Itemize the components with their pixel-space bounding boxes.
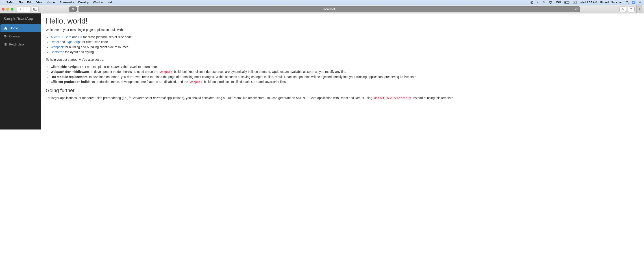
sidebar-toggle-button[interactable]	[32, 6, 38, 12]
menu-edit[interactable]: Edit	[27, 1, 32, 4]
forward-button[interactable]	[24, 6, 30, 12]
menu-window[interactable]: Window	[93, 1, 103, 4]
sidebar-item-label: Fetch data	[9, 42, 24, 46]
svg-text:⌘: ⌘	[574, 1, 576, 3]
reload-icon[interactable]	[575, 7, 578, 11]
text-bold: Hot module replacement	[51, 75, 87, 79]
menubar-app-name[interactable]: Safari	[6, 1, 14, 4]
tabs-button[interactable]	[628, 6, 634, 12]
list-item: Efficient production builds. In producti…	[51, 79, 640, 84]
text: then	[122, 65, 130, 68]
menu-help[interactable]: Help	[108, 1, 114, 4]
sidebar-brand[interactable]: SampleReactApp	[0, 13, 41, 24]
sidebar-item-label: Counter	[9, 34, 20, 38]
link-webpack[interactable]: Webpack	[51, 45, 64, 49]
menu-develop[interactable]: Develop	[78, 1, 89, 4]
wifi-icon[interactable]	[542, 1, 546, 4]
text: For larger applications, or for server-s…	[46, 96, 134, 100]
text: . In production mode, development-time f…	[90, 80, 189, 84]
back-button[interactable]	[17, 6, 24, 12]
setup-list: Client-side navigation. For example, cli…	[51, 64, 640, 84]
svg-rect-22	[4, 43, 4, 44]
window-maximize-button[interactable]	[11, 8, 14, 10]
link-bootstrap[interactable]: Bootstrap	[51, 50, 64, 54]
svg-point-19	[72, 8, 74, 10]
link-aspnet-core[interactable]: ASP.NET Core	[51, 35, 71, 39]
going-further-paragraph: For larger applications, or for server-s…	[46, 96, 640, 100]
list-item: Hot module replacement. In development m…	[51, 74, 640, 79]
text: . For example, click	[83, 65, 111, 68]
text: applications), you should consider using…	[166, 96, 373, 100]
menubar-left: Safari File Edit View History Bookmarks …	[2, 1, 114, 4]
text: and	[59, 40, 66, 44]
airplay-icon[interactable]	[549, 1, 552, 4]
sidebar-item-counter[interactable]: Counter	[0, 32, 41, 40]
svg-rect-25	[5, 44, 6, 45]
graduation-icon	[3, 34, 7, 38]
menu-bookmarks[interactable]: Bookmarks	[60, 1, 74, 4]
input-source-icon[interactable]: ⌘	[573, 1, 576, 4]
share-button[interactable]	[619, 6, 626, 12]
window-close-button[interactable]	[2, 8, 4, 10]
menubar-username[interactable]: Ricardo Sanchez	[600, 1, 622, 4]
new-tab-button[interactable]: +	[636, 5, 642, 13]
setup-intro: To help you get started, we've also set …	[46, 57, 640, 62]
main-content: Hello, world! Welcome to your new single…	[41, 13, 644, 129]
text: . In development mode, you don't even ne…	[87, 75, 417, 79]
app-sidebar: SampleReactApp Home Counter Fetch data	[0, 13, 41, 129]
text: or	[148, 96, 153, 100]
battery-icon[interactable]	[564, 1, 570, 4]
menubar-right: 15% ⌘ Wed 3:57 AM Ricardo Sanchez	[530, 1, 642, 4]
text: . In development mode, there's no need t…	[89, 70, 159, 73]
svg-rect-23	[5, 43, 6, 44]
window-minimize-button[interactable]	[6, 8, 9, 10]
menu-file[interactable]: File	[18, 1, 23, 4]
text-em: universal	[153, 96, 166, 100]
list-item: ASP.NET Core and C# for cross-platform s…	[51, 34, 640, 39]
text: for client-side code	[81, 40, 108, 44]
menu-history[interactable]: History	[46, 1, 56, 4]
sidebar-item-fetch-data[interactable]: Fetch data	[0, 40, 41, 48]
text-em: isomorphic	[134, 96, 149, 100]
list-item: Client-side navigation. For example, cli…	[51, 64, 640, 69]
svg-point-15	[639, 2, 639, 3]
text: build tool produces minified static CSS …	[203, 80, 286, 84]
siri-icon[interactable]	[530, 1, 534, 4]
svg-point-14	[639, 1, 639, 2]
text-em: Counter	[111, 65, 122, 68]
going-further-heading: Going further	[46, 88, 640, 93]
code: webpack	[159, 70, 173, 74]
svg-rect-4	[565, 1, 566, 3]
text: instead of using this template.	[412, 96, 454, 100]
link-react[interactable]: React	[51, 40, 59, 44]
home-icon	[4, 26, 8, 30]
intro-paragraph: Welcome to your new single-page applicat…	[46, 27, 640, 32]
text: for building and bundling client-side re…	[64, 45, 128, 49]
text: and	[71, 35, 78, 39]
sidebar-item-label: Home	[10, 26, 18, 30]
code: webpack	[189, 80, 203, 84]
safari-app-icon[interactable]	[632, 1, 636, 4]
menubar-datetime[interactable]: Wed 3:57 AM	[580, 1, 597, 4]
svg-point-8	[626, 1, 628, 3]
spotlight-icon[interactable]	[626, 1, 629, 4]
menu-view[interactable]: View	[36, 1, 42, 4]
nav-back-forward	[17, 6, 30, 12]
code: dotnet new reactredux	[373, 96, 412, 100]
address-bar[interactable]: localhost	[78, 6, 580, 12]
link-csharp[interactable]: C#	[78, 35, 82, 39]
list-item: React and TypeScript for client-side cod…	[51, 39, 640, 44]
sidebar-item-home[interactable]: Home	[0, 24, 41, 32]
link-typescript[interactable]: TypeScript	[66, 40, 80, 44]
list-item: Webpack dev middleware. In development m…	[51, 69, 640, 74]
text: for cross-platform server-side code	[82, 35, 132, 39]
site-settings-button[interactable]	[69, 6, 77, 12]
text-bold: Efficient production builds	[51, 80, 90, 84]
battery-percent: 15%	[556, 1, 561, 4]
text-bold: Webpack dev middleware	[51, 70, 89, 73]
macos-menubar: Safari File Edit View History Bookmarks …	[0, 0, 644, 5]
text-em: Back	[130, 65, 137, 68]
notification-center-icon[interactable]	[638, 1, 642, 4]
bluetooth-icon[interactable]	[536, 1, 539, 4]
svg-rect-5	[569, 2, 570, 3]
